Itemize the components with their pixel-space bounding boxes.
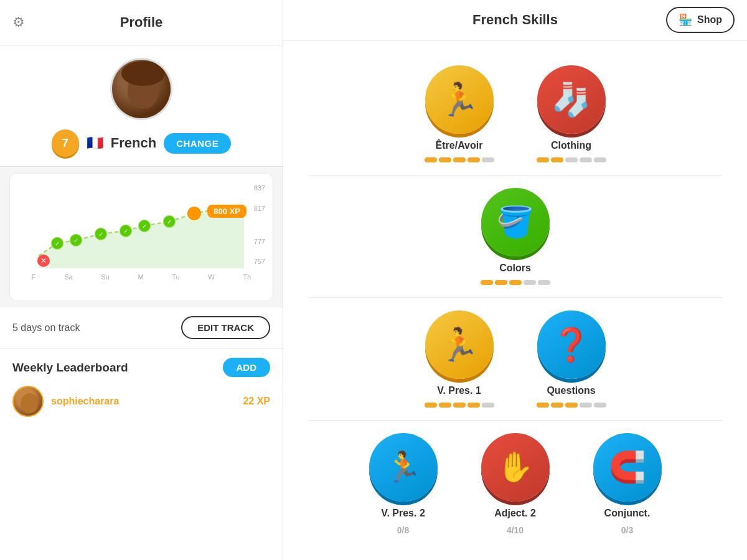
leaderboard-avatar: [12, 386, 44, 417]
language-row: 7 🇫🇷 French CHANGE: [52, 129, 231, 157]
change-language-button[interactable]: CHANGE: [164, 133, 231, 154]
skill-circle-etre-avoir: 🏃: [425, 65, 494, 134]
skill-row-4: 🏃 V. Pres. 2 0/8 ✋ Adject. 2 4/10 🧲 Conj…: [308, 421, 722, 548]
svg-text:✓: ✓: [98, 231, 103, 238]
svg-text:✓: ✓: [167, 218, 172, 225]
svg-text:✓: ✓: [123, 228, 128, 235]
language-name: French: [111, 135, 156, 151]
skill-name-v-pres-2: V. Pres. 2: [381, 508, 425, 519]
skill-count-v-pres-2: 0/8: [397, 525, 409, 535]
shop-button[interactable]: 🏪 Shop: [666, 7, 735, 33]
track-row: 5 days on track EDIT TRACK: [0, 307, 283, 348]
skill-name-clothing: Clothing: [551, 140, 591, 151]
left-panel: ⚙ Profile 7 🇫🇷 French CHANGE 837 817 777…: [0, 0, 283, 560]
skill-circle-questions: ❓: [537, 310, 606, 379]
profile-section: 7 🇫🇷 French CHANGE: [0, 45, 283, 167]
leaderboard-user-name: sophiecharara: [51, 396, 235, 407]
edit-track-button[interactable]: EDIT TRACK: [181, 316, 270, 339]
skill-name-conjunct: Conjunct.: [604, 508, 651, 519]
skills-header: French Skills 🏪 Shop: [283, 0, 747, 40]
skill-item-etre-avoir[interactable]: 🏃 Être/Avoir: [422, 65, 497, 162]
skill-name-questions: Questions: [547, 385, 595, 396]
skill-item-adject-2[interactable]: ✋ Adject. 2 4/10: [478, 433, 553, 535]
xp-chart-section: 837 817 777 757 ✓: [9, 173, 273, 301]
svg-point-20: [187, 207, 201, 220]
svg-text:✓: ✓: [73, 237, 78, 244]
skill-circle-conjunct: 🧲: [593, 433, 662, 502]
chart-x-labels: F Sa Su M Tu W Th: [17, 271, 265, 281]
skill-row-1: 🏃 Être/Avoir 🧦 Clothing: [308, 53, 722, 175]
skill-circle-clothing: 🧦: [537, 65, 606, 134]
chart-svg: ✓ ✓ ✓ ✓ ✓ ✓ ✕: [17, 181, 265, 268]
skill-item-colors[interactable]: 🪣 Colors: [478, 188, 553, 285]
profile-header: ⚙ Profile: [0, 0, 283, 45]
add-leaderboard-button[interactable]: ADD: [223, 358, 271, 377]
skill-count-adject-2: 4/10: [507, 525, 524, 535]
shop-label: Shop: [697, 14, 722, 26]
skill-progress-colors: [481, 280, 550, 285]
skill-circle-colors: 🪣: [481, 188, 550, 256]
skill-name-adject-2: Adject. 2: [494, 508, 536, 519]
skill-circle-v-pres-2: 🏃: [369, 433, 438, 502]
skill-name-v-pres-1: V. Pres. 1: [437, 385, 481, 396]
leaderboard-title: Weekly Leaderboard: [12, 361, 128, 375]
flag-icon: 🇫🇷: [87, 135, 103, 151]
skill-circle-v-pres-1: 🏃: [425, 310, 494, 379]
skill-progress-v-pres-1: [425, 403, 494, 408]
skills-title: French Skills: [472, 12, 558, 28]
skill-item-questions[interactable]: ❓ Questions: [534, 310, 609, 408]
skill-progress-clothing: [537, 157, 606, 162]
avatar-image: [112, 60, 171, 118]
avatar[interactable]: [110, 58, 172, 120]
skill-row-3: 🏃 V. Pres. 1 ❓ Questions: [308, 298, 722, 421]
right-panel: French Skills 🏪 Shop 🏃 Être/Avoir: [283, 0, 747, 560]
shop-icon: 🏪: [679, 13, 692, 27]
skill-item-conjunct[interactable]: 🧲 Conjunct. 0/3: [590, 433, 665, 535]
svg-text:✕: ✕: [40, 256, 47, 265]
leaderboard-user-xp: 22 XP: [243, 396, 270, 407]
skill-name-colors: Colors: [499, 263, 531, 274]
skill-item-v-pres-1[interactable]: 🏃 V. Pres. 1: [422, 310, 497, 408]
days-on-track: 5 days on track: [12, 322, 80, 334]
skills-grid: 🏃 Être/Avoir 🧦 Clothing: [283, 40, 747, 560]
skill-circle-adject-2: ✋: [481, 433, 550, 502]
leaderboard-header: Weekly Leaderboard ADD: [12, 358, 270, 377]
skill-name-etre-avoir: Être/Avoir: [436, 140, 483, 151]
skill-row-2: 🪣 Colors: [308, 175, 722, 298]
skill-item-v-pres-2[interactable]: 🏃 V. Pres. 2 0/8: [366, 433, 441, 535]
skill-count-conjunct: 0/3: [621, 525, 633, 535]
chart-area: 837 817 777 757 ✓: [17, 181, 265, 293]
profile-title: Profile: [120, 14, 162, 30]
leaderboard-entry: sophiecharara 22 XP: [12, 386, 270, 417]
leaderboard-section: Weekly Leaderboard ADD sophiecharara 22 …: [0, 348, 283, 560]
svg-text:✓: ✓: [55, 240, 60, 247]
svg-text:✓: ✓: [142, 223, 147, 230]
xp-badge: 800 XP: [207, 205, 247, 218]
settings-icon[interactable]: ⚙: [12, 14, 25, 30]
chart-y-labels: 837 817 777 757: [254, 181, 265, 268]
skill-item-clothing[interactable]: 🧦 Clothing: [534, 65, 609, 162]
skill-progress-etre-avoir: [425, 157, 494, 162]
level-badge: 7: [52, 129, 79, 157]
skill-progress-questions: [537, 403, 606, 408]
